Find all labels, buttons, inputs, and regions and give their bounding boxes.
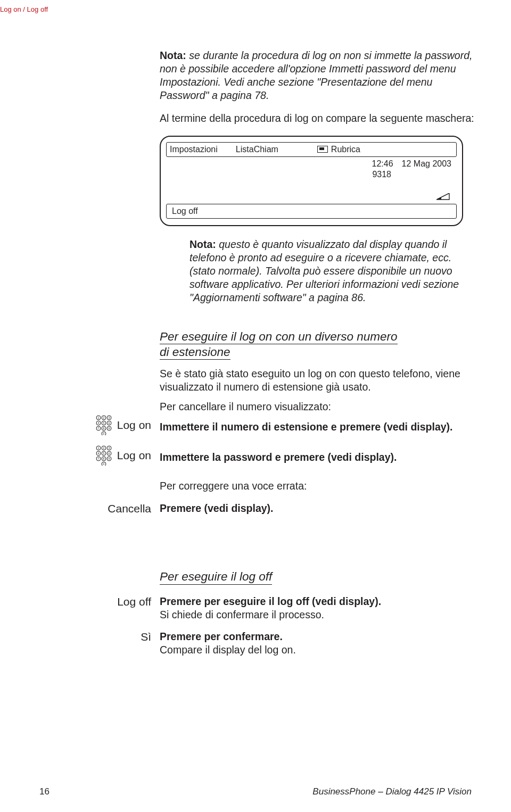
logoff-text: Premere per eseguire il log off (vedi di… bbox=[160, 595, 475, 608]
product-name: BusinessPhone – Dialog 4425 IP Vision bbox=[312, 786, 472, 797]
screen-extension: 9318 bbox=[372, 170, 391, 179]
svg-text:2: 2 bbox=[103, 446, 104, 450]
logoff-sub: Si chiede di confermare il processo. bbox=[160, 609, 475, 621]
keypad-icon: 123 456 789 0 bbox=[96, 415, 112, 435]
left-si-label: Sì bbox=[141, 631, 151, 643]
screen-time-row: 12:46 12 Mag 2003 bbox=[166, 159, 457, 169]
page-number: 16 bbox=[39, 786, 50, 797]
left-logon1-label: Log on bbox=[117, 419, 151, 432]
logon2-text: Immettere la password e premere (vedi di… bbox=[160, 451, 475, 463]
svg-text:3: 3 bbox=[108, 416, 110, 419]
svg-text:6: 6 bbox=[108, 421, 110, 425]
screen-date: 12 Mag 2003 bbox=[402, 159, 451, 169]
note-1-text: se durante la procedura di log on non si… bbox=[160, 49, 472, 101]
section-b-title: Per eseguire il log off bbox=[160, 570, 272, 585]
svg-text:4: 4 bbox=[97, 452, 99, 455]
volume-icon bbox=[436, 193, 450, 201]
svg-text:2: 2 bbox=[103, 416, 104, 419]
svg-text:7: 7 bbox=[97, 427, 99, 430]
svg-text:0: 0 bbox=[103, 432, 104, 435]
left-logon2-label: Log on bbox=[117, 449, 151, 462]
svg-text:5: 5 bbox=[103, 452, 104, 455]
svg-text:5: 5 bbox=[103, 421, 104, 425]
note-1: Nota: se durante la procedura di log on … bbox=[160, 49, 475, 102]
svg-text:4: 4 bbox=[97, 421, 99, 425]
running-header: Log on / Log off bbox=[0, 5, 48, 13]
window-icon bbox=[317, 146, 328, 153]
note-2: Nota: questo è quanto visualizzato dal d… bbox=[160, 238, 475, 304]
note-2-label: Nota: bbox=[189, 238, 216, 250]
left-cancel: Cancella bbox=[0, 502, 151, 515]
svg-text:8: 8 bbox=[103, 457, 104, 460]
svg-marker-0 bbox=[436, 193, 449, 200]
phone-screen: Impostazioni ListaChiam Rubrica 12:46 12… bbox=[160, 136, 463, 226]
section-a-p1: Se è stato già stato eseguito un log on … bbox=[160, 367, 475, 394]
screen-time: 12:46 bbox=[372, 159, 393, 169]
screen-bottombar: Log off bbox=[166, 204, 457, 219]
tab-listachiam: ListaChiam bbox=[236, 145, 278, 154]
svg-text:1: 1 bbox=[97, 416, 99, 419]
screen-ext-row: 9318 bbox=[166, 170, 457, 179]
svg-text:9: 9 bbox=[108, 457, 110, 460]
note-2-text: questo è quanto visualizzato dal display… bbox=[189, 238, 459, 303]
screen-topbar: Impostazioni ListaChiam Rubrica bbox=[166, 142, 457, 157]
svg-text:8: 8 bbox=[103, 427, 104, 430]
screen-logoff: Log off bbox=[172, 206, 198, 216]
svg-text:0: 0 bbox=[103, 462, 104, 466]
si-sub: Compare il display del log on. bbox=[160, 644, 475, 656]
section-a-title: Per eseguire il log on con un diverso nu… bbox=[160, 329, 475, 360]
svg-text:7: 7 bbox=[97, 457, 99, 460]
cancel-text: Premere (vedi display). bbox=[160, 502, 475, 515]
left-logon2: 123 456 789 0 Log on bbox=[0, 445, 151, 466]
footer: 16 BusinessPhone – Dialog 4425 IP Vision bbox=[39, 786, 472, 797]
left-si: Sì bbox=[0, 631, 151, 643]
logon1-text: Immettere il numero di estensione e prem… bbox=[160, 421, 475, 433]
si-text: Premere per confermare. bbox=[160, 631, 475, 643]
left-logon1: 123 456 789 0 Log on bbox=[0, 415, 151, 435]
intro-text: Al termine della procedura di log on com… bbox=[160, 112, 475, 125]
svg-text:9: 9 bbox=[108, 427, 110, 430]
svg-text:6: 6 bbox=[108, 452, 110, 455]
svg-text:1: 1 bbox=[97, 446, 99, 450]
tab-rubrica: Rubrica bbox=[317, 145, 360, 154]
svg-text:3: 3 bbox=[108, 446, 110, 450]
note-1-label: Nota: bbox=[160, 49, 186, 61]
correct-text: Per correggere una voce errata: bbox=[160, 479, 475, 493]
left-logoff-label: Log off bbox=[117, 595, 151, 608]
left-cancel-label: Cancella bbox=[108, 502, 151, 515]
tab-impostazioni: Impostazioni bbox=[170, 145, 218, 154]
main-content: Nota: se durante la procedura di log on … bbox=[160, 49, 475, 656]
keypad-icon: 123 456 789 0 bbox=[96, 445, 112, 466]
left-logoff: Log off bbox=[0, 595, 151, 608]
section-a-p2: Per cancellare il numero visualizzato: bbox=[160, 400, 475, 413]
